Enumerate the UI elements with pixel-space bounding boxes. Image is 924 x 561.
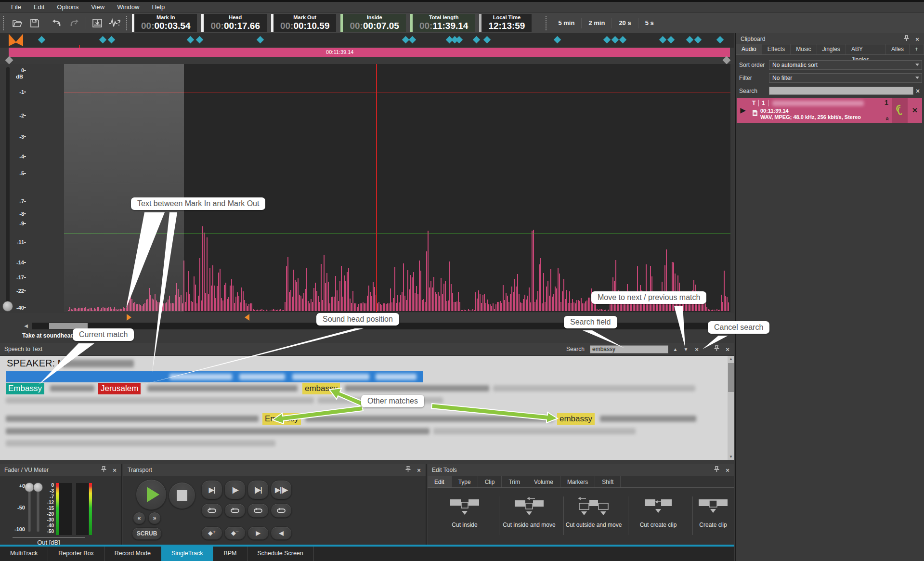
loop-1-button[interactable]: [201, 503, 222, 518]
fader-left-knob[interactable]: [25, 483, 34, 492]
marker-diamond-icon[interactable]: [667, 36, 675, 44]
zoom-2min-button[interactable]: 2 min: [582, 17, 612, 29]
tab-alles[interactable]: Alles: [886, 44, 910, 54]
zoom-5min-button[interactable]: 5 min: [551, 17, 581, 29]
marker-overview-strip[interactable]: [0, 33, 734, 48]
tab-record-mode[interactable]: Record Mode: [104, 547, 161, 561]
tab-markers[interactable]: Markers: [560, 476, 595, 487]
clear-search-icon[interactable]: ×: [913, 87, 922, 95]
tab-music[interactable]: Music: [791, 44, 817, 54]
tab-volume[interactable]: Volume: [527, 476, 560, 487]
cut-inside-button[interactable]: Cut inside: [436, 497, 493, 529]
cut-create-clip-button[interactable]: Cut create clip: [630, 497, 687, 529]
marker-diamond-icon[interactable]: [694, 36, 702, 44]
tab-add[interactable]: +: [910, 44, 924, 54]
playhead-cursor[interactable]: [376, 64, 377, 312]
loop-3-button[interactable]: [247, 503, 269, 518]
pin-icon[interactable]: [100, 466, 107, 474]
add-marker-button[interactable]: ◆⁺: [201, 526, 222, 540]
loop-4-button[interactable]: [271, 503, 292, 518]
transcript-area[interactable]: SPEAKER: M Embassy Jerusalem embassy Emb…: [0, 356, 731, 460]
remove-marker-button[interactable]: ◆⁻: [224, 526, 246, 540]
toolbar-grip[interactable]: [3, 16, 6, 30]
marker-diamond-icon[interactable]: [473, 36, 481, 44]
marker-diamond-icon[interactable]: [619, 36, 627, 44]
speech-search-input[interactable]: [590, 345, 668, 353]
marker-diamond-icon[interactable]: [38, 36, 46, 44]
marker-diamond-icon[interactable]: [554, 36, 561, 44]
save-icon[interactable]: [27, 16, 42, 30]
play-to-mark-button[interactable]: ▶|: [201, 480, 222, 499]
tab-clip[interactable]: Clip: [478, 476, 502, 487]
tab-multitrack[interactable]: MultiTrack: [0, 547, 48, 561]
scrub-button[interactable]: SCRUB: [132, 527, 162, 540]
gain-slider-track[interactable]: [6, 67, 10, 308]
play-around-cut-button[interactable]: ▶||▶: [271, 480, 292, 499]
mark-in-out-flag-icon[interactable]: [7, 33, 34, 48]
prev-marker-button[interactable]: ◀: [271, 526, 292, 540]
marker-diamond-icon[interactable]: [196, 36, 204, 44]
mark-out-handle[interactable]: [245, 314, 249, 321]
pin-icon[interactable]: [713, 466, 720, 474]
sort-order-select[interactable]: No automatic sort: [769, 60, 922, 70]
close-panel-icon[interactable]: ×: [724, 467, 731, 474]
clipboard-item[interactable]: ▶ T 1 1 00:11:39.14 WAV, MPEG; 48.0 kHz,…: [737, 98, 922, 123]
marker-diamond-icon[interactable]: [409, 36, 416, 44]
toolbar-grip[interactable]: [126, 16, 129, 30]
fader-right-track[interactable]: [37, 484, 39, 532]
next-match-icon[interactable]: ▼: [682, 347, 690, 352]
tab-audio[interactable]: Audio: [736, 44, 762, 54]
marker-diamond-icon[interactable]: [659, 36, 667, 44]
close-panel-icon[interactable]: ×: [415, 467, 423, 474]
rewind-button[interactable]: «: [133, 512, 145, 524]
menu-file[interactable]: File: [5, 2, 27, 13]
import-take-icon[interactable]: [90, 16, 104, 30]
loop-2-button[interactable]: [224, 503, 246, 518]
marker-diamond-icon[interactable]: [455, 36, 463, 44]
tab-shift[interactable]: Shift: [595, 476, 621, 487]
tab-reporter-box[interactable]: Reporter Box: [48, 547, 104, 561]
tab-effects[interactable]: Effects: [762, 44, 791, 54]
current-match-highlight[interactable]: Embassy: [6, 383, 44, 394]
play-selection-button[interactable]: |▶|: [247, 480, 269, 499]
menu-help[interactable]: Help: [145, 2, 171, 13]
tab-singletrack[interactable]: SingleTrack: [161, 547, 214, 561]
marker-diamond-icon[interactable]: [483, 36, 491, 44]
marker-diamond-icon[interactable]: [99, 36, 107, 44]
pin-icon[interactable]: [902, 35, 910, 43]
marker-diamond-icon[interactable]: [187, 36, 195, 44]
fader-left-track[interactable]: [28, 484, 31, 532]
open-file-icon[interactable]: [10, 16, 25, 30]
item-play-icon[interactable]: ▶: [737, 98, 749, 123]
tab-aby-jingles[interactable]: ABY Jingles: [846, 44, 886, 54]
zoom-5s-button[interactable]: 5 s: [638, 17, 661, 29]
close-panel-icon[interactable]: ×: [913, 36, 921, 43]
scroll-down-icon[interactable]: ▼: [728, 454, 734, 460]
scroll-up-icon[interactable]: ▲: [728, 356, 734, 362]
tab-jingles[interactable]: Jingles: [817, 44, 846, 54]
menu-view[interactable]: View: [85, 2, 111, 13]
match-highlight-right[interactable]: embassy: [557, 413, 595, 425]
menu-window[interactable]: Window: [111, 2, 145, 13]
close-panel-icon[interactable]: ×: [111, 467, 118, 474]
toolbar-grip[interactable]: [546, 16, 548, 30]
clipboard-search-input[interactable]: [769, 87, 913, 95]
fader-right-knob[interactable]: [33, 483, 43, 492]
tab-type[interactable]: Type: [452, 476, 478, 487]
cut-inside-move-button[interactable]: Cut inside and move: [501, 497, 558, 529]
tab-bpm[interactable]: BPM: [213, 547, 247, 561]
mark-in-handle[interactable]: [127, 314, 131, 321]
prelisten-button[interactable]: [892, 98, 908, 123]
range-start-handle[interactable]: [5, 56, 13, 65]
match-highlight-left[interactable]: Embassy: [262, 413, 301, 425]
mark-in-out-selection[interactable]: [64, 64, 184, 312]
stop-button[interactable]: [169, 482, 195, 509]
previous-match-icon[interactable]: ▲: [672, 347, 679, 352]
create-clip-button[interactable]: Create clip: [691, 497, 735, 529]
cut-outside-move-button[interactable]: Cut outside and move: [565, 497, 622, 529]
cancel-search-icon[interactable]: ×: [693, 346, 701, 353]
pin-icon[interactable]: [404, 466, 412, 474]
play-from-mark-button[interactable]: |▶: [224, 480, 246, 499]
tab-schedule-screen[interactable]: Schedule Screen: [247, 547, 314, 561]
zoom-20s-button[interactable]: 20 s: [612, 17, 638, 29]
